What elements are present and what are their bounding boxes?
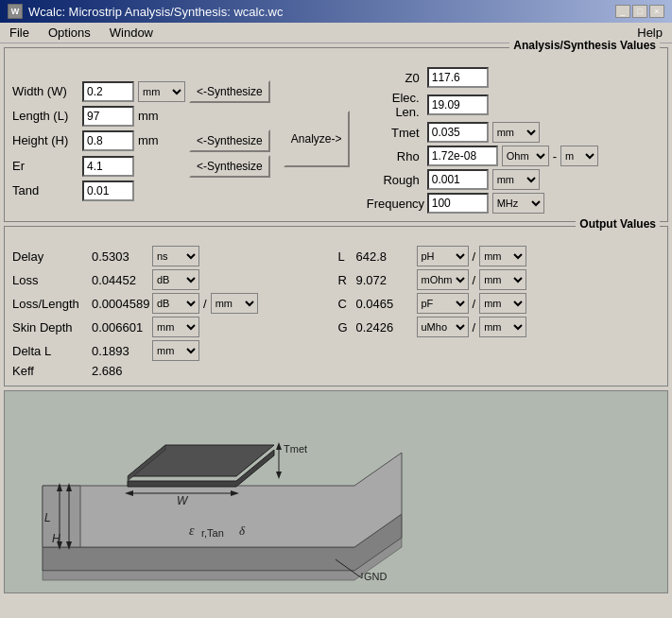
R-sep: / <box>473 273 476 287</box>
C-unit-select[interactable]: pF <box>417 293 469 314</box>
keff-label: Keff <box>12 364 88 378</box>
loss-unit-select[interactable]: dB <box>152 269 199 290</box>
delta-l-unit-select[interactable]: mm <box>152 340 199 361</box>
tand-input[interactable] <box>82 180 134 201</box>
maximize-btn[interactable]: □ <box>632 5 647 18</box>
rho-unit1-select[interactable]: Ohm <box>502 146 549 166</box>
L-sep: / <box>473 249 476 264</box>
synthesize-er-btn[interactable]: <-Synthesize <box>189 155 270 178</box>
output-section-label: Output Values <box>576 217 660 231</box>
delay-unit-select[interactable]: nsps <box>152 246 199 266</box>
loss-label: Loss <box>12 273 88 287</box>
svg-text:GND: GND <box>364 571 388 582</box>
close-btn[interactable]: × <box>649 5 664 18</box>
G-value: 0.2426 <box>356 320 413 335</box>
L-label: L <box>338 249 353 264</box>
height-unit: mm <box>138 133 185 147</box>
C-sep: / <box>473 297 476 311</box>
analysis-section: Analysis/Synthesis Values Width (W) mmmi… <box>4 47 668 222</box>
svg-text:Tmet: Tmet <box>284 443 307 455</box>
svg-text:W: W <box>177 494 189 507</box>
output-section: Output Values Delay 0.5303 nsps Loss 0.0… <box>4 226 668 386</box>
svg-text:L: L <box>44 511 51 524</box>
z0-label: Z0 <box>367 71 423 85</box>
elec-len-input[interactable] <box>427 94 489 115</box>
skin-depth-unit-select[interactable]: mm <box>152 317 199 337</box>
delta-l-label: Delta L <box>12 344 88 358</box>
tmet-input[interactable] <box>427 122 489 143</box>
G-unit2-select[interactable]: mm <box>479 317 526 337</box>
er-label: Er <box>12 159 78 173</box>
C-value: 0.0465 <box>356 297 413 311</box>
loss-per-len-label: Loss/Length <box>12 297 88 311</box>
synthesize-w-btn[interactable]: <-Synthesize <box>189 80 270 103</box>
menu-file[interactable]: File <box>4 24 35 42</box>
svg-text:ε: ε <box>189 524 195 538</box>
R-label: R <box>338 273 353 287</box>
svg-text:δ: δ <box>239 524 246 538</box>
length-label: Length (L) <box>12 109 78 123</box>
analysis-section-label: Analysis/Synthesis Values <box>509 39 660 52</box>
loss-per-len-unit2-select[interactable]: mm <box>211 293 258 314</box>
app-icon: W <box>8 4 23 19</box>
L-unit2-select[interactable]: mm <box>479 246 526 266</box>
er-input[interactable] <box>82 156 134 177</box>
rho-label: Rho <box>367 149 423 163</box>
rough-unit-select[interactable]: mm <box>492 169 540 190</box>
tmet-unit-select[interactable]: mm <box>492 122 540 143</box>
L-value: 642.8 <box>356 249 413 264</box>
G-unit-select[interactable]: uMho <box>417 317 469 337</box>
frequency-input[interactable] <box>427 193 489 214</box>
width-unit-select[interactable]: mmmil <box>138 81 185 102</box>
G-sep: / <box>473 320 476 335</box>
delay-label: Delay <box>12 249 88 264</box>
R-unit-select[interactable]: mOhm <box>417 269 469 290</box>
width-input[interactable] <box>82 81 134 102</box>
diagram-section: Tmet GND L H W ε r,Tan δ <box>4 390 668 593</box>
menu-options[interactable]: Options <box>43 24 96 42</box>
loss-per-len-sep: / <box>203 297 207 311</box>
R-value: 9.072 <box>356 273 413 287</box>
analyze-btn[interactable]: Analyze-> <box>284 111 350 167</box>
R-unit2-select[interactable]: mm <box>479 269 526 290</box>
tmet-label: Tmet <box>367 126 423 140</box>
loss-per-len-unit-select[interactable]: dB <box>152 293 199 314</box>
title-bar: W Wcalc: Microstrip Analysis/Synthesis: … <box>0 0 672 23</box>
height-label: Height (H) <box>12 133 78 147</box>
rough-input[interactable] <box>427 169 489 190</box>
svg-text:H: H <box>52 532 60 545</box>
elec-len-label: Elec. Len. <box>367 91 423 119</box>
rough-label: Rough <box>367 173 423 187</box>
delta-l-value: 0.1893 <box>92 344 148 358</box>
height-input[interactable] <box>82 130 134 151</box>
minimize-btn[interactable]: _ <box>615 5 630 18</box>
skin-depth-label: Skin Depth <box>12 320 88 335</box>
microstrip-diagram: Tmet GND L H W ε r,Tan δ <box>5 391 668 593</box>
length-unit: mm <box>138 109 159 123</box>
rho-sep: - <box>553 149 557 163</box>
frequency-label: Frequency <box>367 197 423 211</box>
synthesize-h-btn[interactable]: <-Synthesize <box>189 129 270 152</box>
rho-unit2-select[interactable]: m <box>560 146 598 166</box>
C-label: C <box>338 297 353 311</box>
z0-input[interactable] <box>427 67 489 88</box>
delay-value: 0.5303 <box>92 249 148 264</box>
window-title: Wcalc: Microstrip Analysis/Synthesis: wc… <box>28 5 283 19</box>
width-label: Width (W) <box>12 84 78 98</box>
G-label: G <box>338 320 353 335</box>
frequency-unit-select[interactable]: MHzGHz <box>492 193 544 214</box>
rho-input[interactable] <box>427 146 498 166</box>
keff-value: 2.686 <box>92 364 148 378</box>
C-unit2-select[interactable]: mm <box>479 293 526 314</box>
skin-depth-value: 0.006601 <box>92 320 148 335</box>
loss-per-len-value: 0.0004589 <box>92 297 148 311</box>
length-input[interactable] <box>82 106 134 127</box>
svg-text:r,Tan: r,Tan <box>201 527 224 539</box>
loss-value: 0.04452 <box>92 273 148 287</box>
L-unit-select[interactable]: pHnH <box>417 246 469 266</box>
tand-label: Tand <box>12 183 78 197</box>
menu-window[interactable]: Window <box>104 24 159 42</box>
